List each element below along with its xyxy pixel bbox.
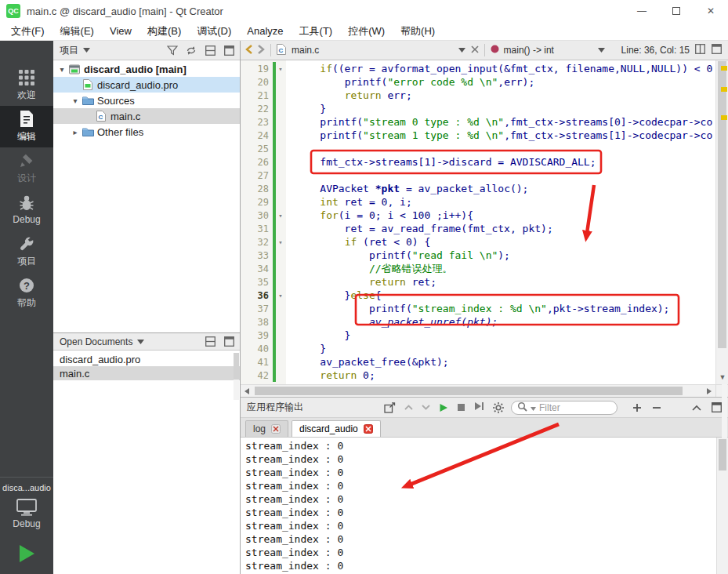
menu-w[interactable]: 控件(W): [340, 23, 393, 40]
close-pane-icon[interactable]: [652, 403, 661, 412]
maximize-pane-icon[interactable]: [712, 402, 722, 412]
fold-marker-icon[interactable]: ▾: [275, 65, 286, 73]
gear-icon[interactable]: [493, 402, 504, 413]
panel-window-icon[interactable]: [222, 43, 236, 57]
code-line-30[interactable]: for(i = 0; i < 100 ;i++){: [295, 209, 715, 222]
symbol-selector[interactable]: main() -> int: [491, 45, 605, 56]
panel-window-icon[interactable]: [222, 335, 236, 349]
open-in-window-icon[interactable]: [384, 402, 396, 413]
previous-item-icon[interactable]: [404, 405, 413, 410]
tree-item-discard-audio-main[interactable]: ▾discard_audio [main]: [53, 61, 240, 77]
menu-b[interactable]: 构建(B): [139, 23, 189, 40]
fold-marker-icon[interactable]: ▾: [275, 238, 286, 246]
new-pane-icon[interactable]: [632, 403, 642, 412]
open-file-selector[interactable]: main.c: [292, 45, 319, 56]
menu-e[interactable]: 编辑(E): [53, 23, 102, 40]
filter-input[interactable]: Filter: [511, 401, 618, 415]
fold-marker-icon[interactable]: ▾: [275, 212, 286, 220]
split-icon[interactable]: [695, 44, 705, 56]
chevron-collapsed-icon[interactable]: ▸: [70, 128, 81, 136]
editor-horizontal-scrollbar[interactable]: [241, 384, 728, 397]
rerun-icon[interactable]: [474, 401, 484, 413]
code-line-27[interactable]: [295, 169, 715, 182]
scroll-down-icon[interactable]: ▼: [716, 373, 728, 381]
stop-icon[interactable]: [457, 403, 465, 412]
code-line-37[interactable]: printf("stream_index : %d \n",pkt->strea…: [295, 302, 715, 315]
scrollbar-handle[interactable]: [718, 61, 726, 348]
code-line-20[interactable]: printf("error code %d \n",err);: [295, 75, 715, 89]
next-item-icon[interactable]: [422, 405, 430, 410]
mode-help[interactable]: ?帮助: [0, 272, 53, 314]
minimize-button[interactable]: —: [625, 0, 659, 22]
projects-panel-title[interactable]: 项目: [57, 44, 78, 57]
split-icon[interactable]: [203, 335, 217, 349]
code-line-26[interactable]: fmt_ctx->streams[1]->discard = AVDISCARD…: [295, 155, 715, 169]
run-button[interactable]: [17, 536, 36, 569]
code-line-39[interactable]: }: [295, 329, 715, 342]
scrollbar-handle[interactable]: [719, 439, 726, 470]
mode-projects[interactable]: 项目: [0, 231, 53, 272]
code-line-28[interactable]: AVPacket *pkt = av_packet_alloc();: [295, 182, 715, 195]
maximize-button[interactable]: [659, 0, 694, 22]
close-document-icon[interactable]: [471, 45, 479, 56]
menu-f[interactable]: 文件(F): [3, 23, 53, 40]
close-button[interactable]: ✕: [694, 0, 728, 22]
chevron-down-icon[interactable]: [83, 48, 90, 53]
open-doc-discard-audio-pro[interactable]: discard_audio.pro: [53, 352, 240, 366]
code-line-21[interactable]: return err;: [295, 89, 715, 102]
close-tab-icon[interactable]: [364, 424, 373, 434]
tree-item-sources[interactable]: ▾Sources: [53, 93, 240, 108]
output-pane-title[interactable]: 应用程序输出: [247, 401, 306, 414]
code-line-41[interactable]: av_packet_free(&pkt);: [295, 355, 715, 369]
code-line-19[interactable]: if((err = avformat_open_input(&fmt_ctx, …: [295, 62, 715, 75]
back-icon[interactable]: [245, 45, 252, 56]
editor-vertical-scrollbar[interactable]: ▼: [715, 60, 728, 384]
code-line-36[interactable]: }else{: [295, 289, 715, 302]
output-tab-discard-audio[interactable]: discard_audio: [292, 420, 381, 437]
open-documents-scrollbar[interactable]: [234, 353, 239, 400]
chevron-expanded-icon[interactable]: ▾: [70, 96, 81, 105]
kit-selector[interactable]: Debug: [13, 494, 40, 536]
mode-edit[interactable]: 编辑: [0, 106, 53, 147]
tree-item-discard-audio-pro[interactable]: discard_audio.pro: [53, 77, 240, 93]
code-line-34[interactable]: //省略错误处理。: [295, 262, 715, 275]
mode-design[interactable]: 设计: [0, 147, 53, 189]
tree-item-main-c[interactable]: Cmain.c: [53, 108, 240, 124]
scrollbar-handle[interactable]: [255, 387, 683, 395]
tree-item-other-files[interactable]: ▸Other files: [53, 124, 240, 140]
code-line-35[interactable]: return ret;: [295, 275, 715, 289]
code-line-33[interactable]: printf("read fail \n");: [295, 249, 715, 262]
chevron-down-icon[interactable]: [458, 48, 465, 53]
kit-project-label[interactable]: disca...audio: [2, 481, 51, 494]
code-line-42[interactable]: return 0;: [295, 369, 715, 382]
open-doc-main-c[interactable]: main.c: [53, 366, 240, 380]
filter-icon[interactable]: [165, 43, 179, 57]
code-line-40[interactable]: }: [295, 342, 715, 355]
menu-d[interactable]: 调试(D): [189, 23, 239, 40]
code-line-38[interactable]: av_packet_unref(pkt);: [295, 315, 715, 329]
code-lines[interactable]: if((err = avformat_open_input(&fmt_ctx, …: [286, 60, 715, 384]
output-scrollbar[interactable]: [716, 438, 728, 574]
chevron-down-icon[interactable]: [137, 340, 144, 344]
scroll-left-icon[interactable]: [241, 385, 253, 397]
code-line-31[interactable]: ret = av_read_frame(fmt_ctx, pkt);: [295, 222, 715, 235]
menu-view[interactable]: View: [102, 24, 139, 38]
sync-with-editor-icon[interactable]: [184, 43, 198, 57]
menu-h[interactable]: 帮助(H): [393, 23, 443, 40]
scrollbar-handle[interactable]: [234, 353, 239, 380]
code-line-25[interactable]: [295, 142, 715, 155]
open-documents-title[interactable]: Open Documents: [57, 336, 132, 347]
code-line-29[interactable]: int ret = 0, i;: [295, 195, 715, 209]
fold-marker-icon[interactable]: ▾: [275, 292, 286, 300]
forward-icon[interactable]: [258, 45, 265, 56]
collapse-pane-icon[interactable]: [692, 405, 701, 411]
chevron-expanded-icon[interactable]: ▾: [56, 65, 67, 74]
code-line-23[interactable]: printf("stream 0 type : %d \n",fmt_ctx->…: [295, 115, 715, 129]
close-tab-icon[interactable]: [271, 424, 281, 434]
code-line-24[interactable]: printf("stream 1 type : %d \n",fmt_ctx->…: [295, 129, 715, 142]
code-line-32[interactable]: if (ret < 0) {: [295, 235, 715, 249]
menu-analyze[interactable]: Analyze: [239, 24, 291, 38]
code-editor[interactable]: 19▾2021222324252627282930▾3132▾33343536▾…: [241, 60, 728, 384]
panel-window-icon[interactable]: [712, 44, 722, 56]
run-output-icon[interactable]: [439, 403, 448, 412]
